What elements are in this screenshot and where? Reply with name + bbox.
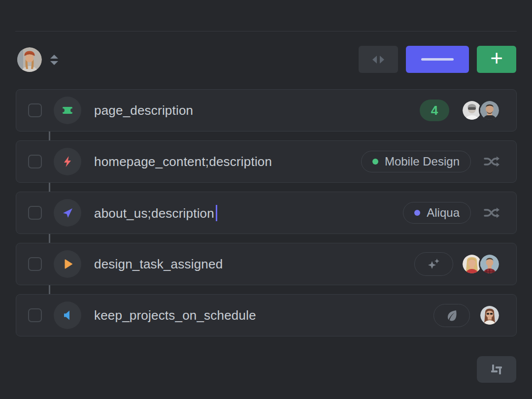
avatar-sunglasses-woman <box>479 304 500 326</box>
row-connector <box>49 183 50 192</box>
task-checkbox[interactable] <box>28 155 42 168</box>
task-row-page-description[interactable]: page_description 4 <box>16 89 517 132</box>
assignee-avatars[interactable] <box>479 304 500 326</box>
tag-label: Mobile Design <box>385 155 460 168</box>
header: + <box>16 46 516 74</box>
tag-aliqua[interactable]: Aliqua <box>403 202 471 224</box>
tag-label: Aliqua <box>427 206 460 220</box>
task-row-homepage-content[interactable]: homepage_content;description Mobile Desi… <box>16 140 517 183</box>
shuffle-button[interactable] <box>483 205 500 221</box>
header-divider <box>15 31 517 32</box>
avatar-plaid-shirt-man <box>479 253 500 275</box>
task-title[interactable]: page_description <box>94 103 193 118</box>
shuffle-button[interactable] <box>483 154 500 169</box>
task-checkbox[interactable] <box>28 103 42 117</box>
task-checkbox[interactable] <box>28 308 42 322</box>
horizontal-arrows-icon <box>372 56 384 64</box>
task-row-design-task[interactable]: design_task_assigned <box>16 243 517 285</box>
sparkles-icon <box>426 256 442 272</box>
row-connector <box>49 132 50 140</box>
task-checkbox[interactable] <box>28 257 42 271</box>
play-icon <box>60 256 75 272</box>
ticket-icon <box>60 102 75 118</box>
sparkles-button[interactable] <box>414 252 453 276</box>
send-icon <box>59 204 76 221</box>
task-icon-circle <box>54 199 81 227</box>
purple-dot-icon <box>414 210 420 216</box>
task-manager-window: + page_description 4 <box>0 0 532 399</box>
sort-up-icon <box>50 55 58 59</box>
task-icon-circle <box>54 250 81 278</box>
task-icon-circle <box>54 301 81 329</box>
task-title[interactable]: design_task_assigned <box>94 257 223 272</box>
leaf-button[interactable] <box>433 304 470 327</box>
count-badge[interactable]: 4 <box>420 100 449 121</box>
task-title-editing[interactable]: about_us;description <box>94 205 217 221</box>
assignee-avatars[interactable] <box>461 253 500 275</box>
header-actions: + <box>359 46 516 73</box>
task-icon-circle <box>54 97 81 124</box>
text-cursor <box>216 205 217 221</box>
collapse-panel-button[interactable] <box>359 46 398 73</box>
user-avatar-photo <box>17 47 42 72</box>
task-icon-circle <box>54 148 81 175</box>
assignee-avatars[interactable] <box>461 100 500 121</box>
sort-toggle[interactable] <box>49 52 59 67</box>
megaphone-icon <box>60 307 75 323</box>
primary-action-button[interactable] <box>406 46 469 73</box>
task-title[interactable]: keep_projects_on_schedule <box>94 308 256 323</box>
filter-settings-button[interactable] <box>477 356 516 383</box>
add-task-button[interactable]: + <box>477 46 516 73</box>
shuffle-icon <box>483 205 500 221</box>
task-row-keep-projects[interactable]: keep_projects_on_schedule <box>16 294 517 336</box>
minus-line-icon <box>421 58 454 61</box>
green-dot-icon <box>372 159 378 165</box>
task-title[interactable]: homepage_content;description <box>94 154 272 169</box>
sliders-icon <box>488 361 505 378</box>
task-list: page_description 4 <box>16 89 517 336</box>
row-connector <box>49 234 50 243</box>
sort-down-icon <box>50 61 58 65</box>
leaf-icon <box>444 308 459 323</box>
task-checkbox[interactable] <box>28 206 42 220</box>
task-row-about-us[interactable]: about_us;description Aliqua <box>16 192 517 234</box>
user-avatar[interactable] <box>17 47 42 72</box>
shuffle-icon <box>483 154 500 169</box>
bolt-icon <box>60 154 75 169</box>
row-connector <box>49 285 50 294</box>
tag-mobile-design[interactable]: Mobile Design <box>361 151 471 172</box>
avatar-bearded-man <box>479 100 500 121</box>
